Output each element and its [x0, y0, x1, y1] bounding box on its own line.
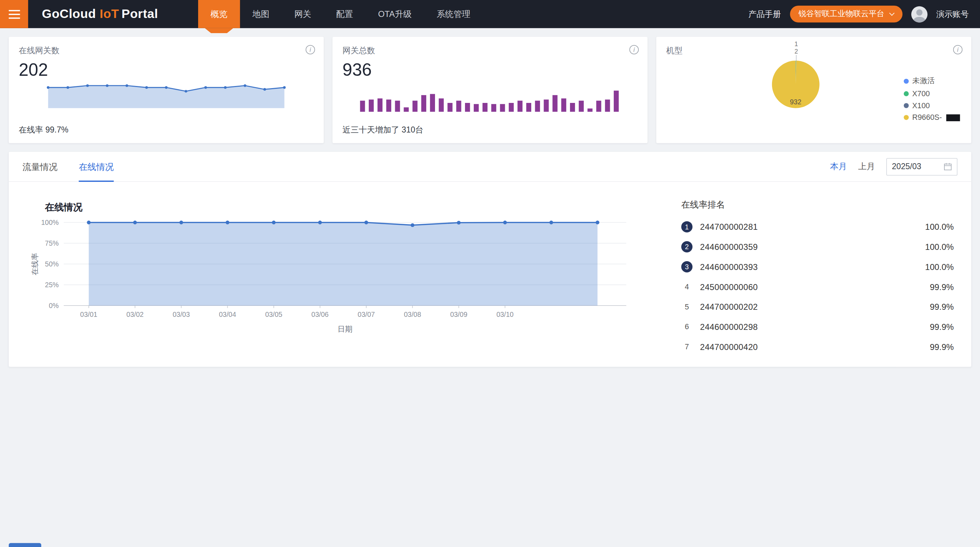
svg-text:100%: 100% [41, 218, 59, 226]
gateway-id: 244600000298 [700, 322, 758, 332]
legend-item: R9660S- [904, 113, 960, 122]
tenant-selector-button[interactable]: 锐谷智联工业物联云平台 [790, 6, 902, 22]
rank-badge: 3 [681, 261, 693, 272]
svg-text:03/01: 03/01 [80, 310, 97, 318]
svg-text:03/08: 03/08 [404, 310, 421, 318]
calendar-icon [944, 162, 952, 170]
legend-label: X700 [912, 89, 930, 99]
svg-text:50%: 50% [45, 260, 59, 268]
tab-online-status[interactable]: 在线情况 [79, 151, 113, 181]
ranking-row: 6 244600000298 99.9% [681, 317, 954, 337]
month-picker-value: 2025/03 [892, 162, 921, 171]
online-rate-ranking: 在线率排名 1 244700000281 100.0% 2 2446000003… [681, 186, 954, 357]
main-nav: 概览 地图 网关 配置 OTA升级 系统管理 [198, 0, 483, 28]
logo-suffix: Portal [122, 7, 158, 21]
tab-traffic[interactable]: 流量情况 [22, 151, 57, 181]
online-gateways-sparkline-chart [45, 83, 288, 111]
ranking-row: 1 244700000281 100.0% [681, 217, 954, 237]
top-navbar: GoCloudIoTPortal 概览 地图 网关 配置 OTA升级 系统管理 … [0, 0, 980, 28]
gateway-id: 244600000359 [700, 242, 758, 252]
svg-text:在线率: 在线率 [31, 253, 39, 275]
svg-text:03/07: 03/07 [358, 310, 375, 318]
avatar[interactable] [911, 6, 928, 22]
panel-header-controls: 本月 上月 2025/03 [830, 158, 958, 175]
legend-item: 未激活 [904, 76, 960, 86]
svg-text:2: 2 [795, 48, 798, 55]
tenant-name: 锐谷智联工业物联云平台 [799, 9, 885, 19]
logo-name: GoCloud [42, 7, 96, 21]
ranking-list: 1 244700000281 100.0% 2 244600000359 100… [681, 217, 954, 357]
info-icon[interactable]: i [305, 45, 315, 55]
online-gateway-count: 202 [19, 60, 314, 80]
card-total-gateways: 网关总数 i 936 近三十天增加了 310台 [332, 37, 648, 143]
redacted-text [946, 114, 960, 121]
models-legend: 未激活 X700 X100 R9660S- [904, 76, 960, 122]
online-rate-value: 99.9% [930, 282, 954, 291]
nav-item-system-mgmt[interactable]: 系统管理 [424, 0, 483, 28]
info-icon[interactable]: i [629, 45, 639, 55]
svg-text:03/05: 03/05 [265, 310, 282, 318]
nav-item-ota-upgrade[interactable]: OTA升级 [366, 0, 424, 28]
chart-title: 在线情况 [45, 202, 681, 214]
svg-text:03/10: 03/10 [496, 310, 514, 318]
svg-text:日期: 日期 [337, 325, 353, 334]
legend-dot [904, 91, 908, 96]
legend-item: X700 [904, 89, 960, 99]
card-title: 在线网关数 [19, 45, 314, 56]
legend-item: X100 [904, 101, 960, 110]
last-month-toggle[interactable]: 上月 [858, 161, 875, 172]
menu-button[interactable] [0, 0, 28, 28]
rank-badge: 4 [681, 281, 693, 293]
card-models: 机型 i 12932 未激活 X700 X100 R9660S- [656, 37, 972, 143]
account-name[interactable]: 演示账号 [936, 8, 969, 20]
gateway-id: 245000000060 [700, 282, 758, 291]
models-pie-chart: 12932 [755, 38, 836, 117]
ranking-row: 5 244700000202 99.9% [681, 297, 954, 317]
svg-text:03/06: 03/06 [311, 310, 329, 318]
panel-header: 流量情况 在线情况 本月 上月 2025/03 [9, 152, 971, 182]
bottom-widget[interactable] [9, 543, 41, 547]
stat-cards-row: 在线网关数 i 202 在线率 99.7% 网关总数 i 936 近三十天增加了… [9, 37, 971, 143]
svg-text:03/09: 03/09 [450, 310, 468, 318]
online-rate-value: 99.9% [930, 342, 954, 352]
gateway-growth-bar-chart [360, 83, 620, 112]
nav-item-gateway[interactable]: 网关 [282, 0, 324, 28]
legend-dot [904, 79, 908, 84]
info-icon[interactable]: i [953, 45, 963, 55]
this-month-toggle[interactable]: 本月 [830, 161, 847, 172]
ranking-title: 在线率排名 [681, 199, 954, 211]
svg-text:1: 1 [795, 41, 798, 48]
online-rate-value: 100.0% [925, 222, 954, 232]
online-rate-value: 100.0% [925, 242, 954, 252]
product-manual-link[interactable]: 产品手册 [748, 8, 781, 20]
navbar-right: 产品手册 锐谷智联工业物联云平台 演示账号 [748, 6, 980, 22]
nav-item-config[interactable]: 配置 [324, 0, 366, 28]
legend-label: R9660S- [912, 113, 942, 122]
total-gateway-count: 936 [343, 60, 638, 80]
ranking-row: 3 244600000393 100.0% [681, 257, 954, 277]
gateway-id: 244700000420 [700, 342, 758, 352]
legend-dot [904, 103, 908, 108]
rank-badge: 7 [681, 341, 693, 353]
nav-item-map[interactable]: 地图 [240, 0, 282, 28]
online-rate-area-chart: 100%75%50%25%0%03/0103/0203/0303/0403/05… [27, 216, 640, 335]
ranking-row: 2 244600000359 100.0% [681, 237, 954, 257]
svg-text:75%: 75% [45, 239, 59, 247]
svg-text:03/04: 03/04 [219, 310, 236, 318]
month-picker-input[interactable]: 2025/03 [886, 158, 958, 175]
svg-text:932: 932 [790, 98, 802, 106]
legend-dot [904, 115, 908, 120]
online-status-panel: 流量情况 在线情况 本月 上月 2025/03 在线情况 100%75%50%2… [9, 152, 971, 367]
growth-footer: 近三十天增加了 310台 [343, 124, 423, 136]
card-online-gateways: 在线网关数 i 202 在线率 99.7% [9, 37, 324, 143]
gateway-id: 244700000202 [700, 302, 758, 312]
online-rate-chart-block: 在线情况 100%75%50%25%0%03/0103/0203/0303/04… [27, 186, 681, 357]
svg-text:0%: 0% [49, 302, 59, 310]
legend-label: 未激活 [912, 76, 935, 86]
ranking-row: 7 244700000420 99.9% [681, 337, 954, 357]
chevron-down-icon [889, 10, 894, 16]
nav-item-overview[interactable]: 概览 [198, 0, 240, 28]
online-rate-footer: 在线率 99.7% [19, 124, 68, 136]
legend-label: X100 [912, 101, 930, 110]
app: GoCloudIoTPortal 概览 地图 网关 配置 OTA升级 系统管理 … [0, 0, 980, 547]
